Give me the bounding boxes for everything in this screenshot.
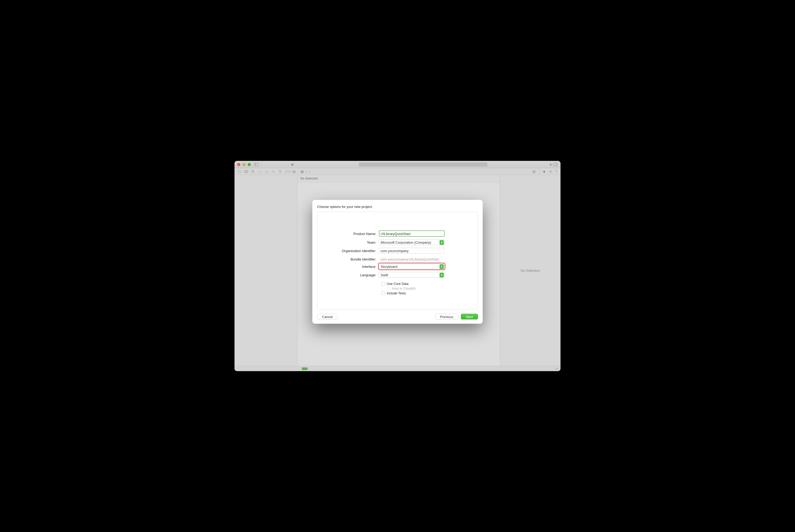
add-button-icon[interactable] xyxy=(548,162,553,167)
team-label: Team: xyxy=(324,240,379,244)
interface-label: Interface: xyxy=(324,264,379,268)
interface-select[interactable]: Storyboard xyxy=(379,264,444,269)
status-bar: ▭ xyxy=(234,366,561,371)
navigator-tabbar: ▢ ⌧ ☰ ⌕ △ ◇ ⚲ ⊂⊃ ▤ ▦ ‹ › ▥ ■ ◷ ? xyxy=(234,168,561,175)
report-navigator-icon[interactable]: ▤ xyxy=(292,170,296,173)
sidebar-toggle-icon[interactable] xyxy=(254,162,259,167)
navigator-pane xyxy=(234,175,298,366)
next-button[interactable]: Next xyxy=(461,314,478,320)
zoom-window-button[interactable] xyxy=(248,163,251,166)
editor-grid-icon[interactable]: ▦ xyxy=(301,170,304,173)
use-core-data-checkbox[interactable] xyxy=(381,282,385,286)
sheet-body: Product Name: UILibraryQuickStart Team: … xyxy=(317,212,478,310)
window-controls xyxy=(237,163,251,166)
updown-stepper-icon xyxy=(439,240,444,245)
debug-area-toggle-icon[interactable]: ▭ xyxy=(555,367,559,370)
product-name-label: Product Name: xyxy=(324,232,379,235)
help-inspector-icon[interactable]: ? xyxy=(555,170,557,173)
org-identifier-label: Organization Identifier: xyxy=(324,249,379,252)
cancel-button[interactable]: Cancel xyxy=(317,314,338,320)
use-core-data-label: Use Core Data xyxy=(387,282,409,286)
previous-button[interactable]: Previous xyxy=(435,314,458,320)
include-tests-label: Include Tests xyxy=(387,291,406,295)
breakpoint-navigator-icon[interactable]: ⊂⊃ xyxy=(285,170,289,173)
run-button-icon[interactable] xyxy=(290,162,295,167)
close-window-button[interactable] xyxy=(237,163,240,166)
activity-pill xyxy=(359,163,487,167)
svg-rect-5 xyxy=(554,163,557,166)
inspector-empty-label: No Selection xyxy=(520,269,540,272)
nav-back-icon[interactable]: ‹ xyxy=(306,170,307,173)
breadcrumb: No Selection xyxy=(298,175,500,182)
bundle-identifier-value: com.yourcompany.UILibraryQuickStart xyxy=(379,256,444,262)
issue-navigator-icon[interactable]: △ xyxy=(264,170,269,173)
test-navigator-icon[interactable]: ◇ xyxy=(271,170,276,173)
debug-navigator-icon[interactable]: ⚲ xyxy=(278,170,282,173)
sheet-footer: Cancel Previous Next xyxy=(317,314,478,320)
toolbar-activity-area xyxy=(298,163,548,167)
library-toggle-icon[interactable] xyxy=(553,162,558,167)
svg-marker-2 xyxy=(291,163,294,166)
bundle-identifier-label: Bundle Identifier: xyxy=(324,257,379,261)
sheet-title: Choose options for your new project: xyxy=(317,205,478,209)
find-navigator-icon[interactable]: ⌕ xyxy=(258,170,262,173)
symbol-navigator-icon[interactable]: ☰ xyxy=(251,170,255,173)
project-navigator-icon[interactable]: ▢ xyxy=(237,170,241,173)
source-control-icon[interactable]: ⌧ xyxy=(244,170,248,173)
new-project-options-sheet: Choose options for your new project: Pro… xyxy=(312,200,483,324)
minimize-window-button[interactable] xyxy=(242,163,246,166)
file-inspector-icon[interactable]: ■ xyxy=(543,170,545,173)
editor-options-icon[interactable]: ▥ xyxy=(532,170,537,173)
team-select[interactable]: Microsoft Corporation (Company) xyxy=(379,240,444,245)
inspector-pane: No Selection xyxy=(500,175,561,366)
org-identifier-input[interactable]: com.yourcompany xyxy=(379,248,444,254)
filter-indicator-icon[interactable] xyxy=(302,367,308,370)
host-cloudkit-label: Host in CloudKit xyxy=(392,287,416,290)
history-inspector-icon[interactable]: ◷ xyxy=(549,170,552,173)
language-label: Language: xyxy=(324,273,379,277)
include-tests-checkbox[interactable] xyxy=(381,291,385,295)
svg-rect-0 xyxy=(254,163,259,166)
nav-forward-icon[interactable]: › xyxy=(309,170,310,173)
product-name-input[interactable]: UILibraryQuickStart xyxy=(379,230,444,237)
titlebar xyxy=(234,161,561,168)
updown-stepper-icon xyxy=(439,264,444,269)
host-cloudkit-checkbox xyxy=(387,287,391,290)
updown-stepper-icon xyxy=(439,273,444,278)
language-select[interactable]: Swift xyxy=(379,272,444,278)
